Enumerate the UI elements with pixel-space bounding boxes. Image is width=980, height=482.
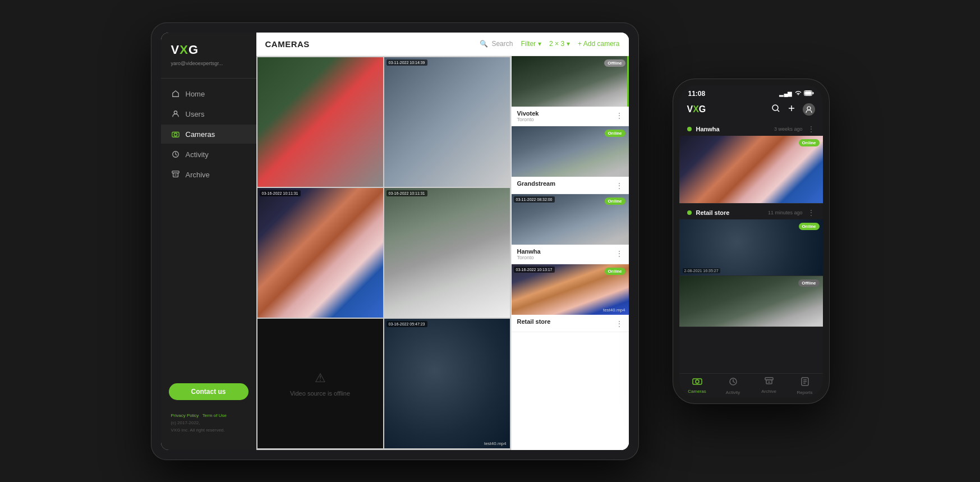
phone-vxg-logo: VXG xyxy=(687,104,766,114)
phone-retail-timestamp: 2-08-2021 16:35:27 xyxy=(683,268,720,273)
page-title: CAMERAS xyxy=(265,39,310,49)
camera-cell-5[interactable]: ⚠ Video source is offline xyxy=(257,319,383,448)
sidebar-item-users[interactable]: Users xyxy=(161,104,256,123)
retail-thumb: Online 03-16-2022 10:13:17 test40.mp4 xyxy=(512,264,629,315)
phone-cam-vivotek[interactable]: Offline xyxy=(679,276,823,327)
contact-us-button[interactable]: Contact us xyxy=(169,383,249,400)
sidebar-nav: Home Users xyxy=(161,84,256,377)
sidebar-email: yaro@videoexpertsgr... xyxy=(171,61,223,67)
footer-links: Privacy Policy Term of Use xyxy=(171,412,246,420)
retail-timestamp: 03-16-2022 10:13:17 xyxy=(514,267,555,273)
phone-hanwha-thumb: Online xyxy=(679,136,823,203)
phone-hanwha-name: Hanwha xyxy=(696,126,770,132)
phone-tab-archive[interactable]: Archive xyxy=(751,377,787,395)
add-camera-button[interactable]: + Add camera xyxy=(578,40,619,48)
phone-cam-hanwha[interactable]: Hanwha 3 weeks ago ⋮ Online xyxy=(679,120,823,204)
privacy-policy-link[interactable]: Privacy Policy xyxy=(171,413,199,418)
grid-size-button[interactable]: 2 × 3 ▾ xyxy=(549,40,570,48)
camera-cell-4[interactable]: 03-16-2022 10:11:31 xyxy=(384,188,510,318)
list-item-retail[interactable]: Online 03-16-2022 10:13:17 test40.mp4 Re… xyxy=(512,264,629,332)
grandstream-more-button[interactable]: ⋮ xyxy=(615,181,623,190)
retail-more-button[interactable]: ⋮ xyxy=(615,319,623,328)
sidebar-item-cameras[interactable]: Cameras xyxy=(161,125,256,144)
hanwha-timestamp: 03-11-2022 08:32:00 xyxy=(514,196,555,203)
offline-warning-icon: ⚠ xyxy=(315,371,326,385)
list-item-grandstream[interactable]: Online Grandstream ⋮ xyxy=(512,126,629,194)
search-icon: 🔍 xyxy=(480,40,488,48)
main-content: CAMERAS 🔍 Search Filter ▾ 2 × 3 ▾ xyxy=(256,33,629,450)
vivotek-more-button[interactable]: ⋮ xyxy=(615,111,623,120)
grandstream-thumb: Online xyxy=(512,126,629,177)
hanwha-thumb: Online 03-11-2022 08:32:00 xyxy=(512,194,629,245)
grid-chevron-icon: ▾ xyxy=(567,40,570,48)
phone-tab-activity[interactable]: Activity xyxy=(715,377,751,395)
vivotek-thumb: Offline xyxy=(512,56,629,107)
footer-copyright: (c) 2017-2022,VXG Inc. All right reserve… xyxy=(171,420,246,434)
svg-rect-7 xyxy=(812,92,813,94)
camera-timestamp-6: 03-16-2022 05:47:23 xyxy=(387,321,427,327)
phone-action-icons xyxy=(771,103,815,116)
phone-tab-cameras[interactable]: Cameras xyxy=(679,377,715,395)
phone-retail-more[interactable]: ⋮ xyxy=(807,208,815,217)
phone-screen: 11:08 ▂▄▆ xyxy=(679,85,823,397)
hanwha-name: Hanwha xyxy=(517,248,541,255)
vivotek-info: Vivotek Toronto ⋮ xyxy=(512,107,629,126)
list-item-vivotek[interactable]: Offline Vivotek Toronto ⋮ xyxy=(512,56,629,126)
vivotek-status-badge: Offline xyxy=(604,59,625,67)
sidebar-item-home[interactable]: Home xyxy=(161,84,256,103)
phone-time: 11:08 xyxy=(688,90,706,98)
search-box[interactable]: 🔍 Search xyxy=(480,40,513,48)
hanwha-info: Hanwha Toronto ⋮ xyxy=(512,245,629,264)
camera-cell-3[interactable]: 03-16-2022 10:11:31 xyxy=(257,188,383,318)
wifi-icon xyxy=(795,90,802,97)
svg-point-9 xyxy=(772,105,778,111)
retail-info: Retail store ⋮ xyxy=(512,315,629,332)
camera-cell-2[interactable]: 03-11-2022 10:14:39 xyxy=(384,57,510,187)
camera-timestamp-4: 03-16-2022 10:11:31 xyxy=(387,190,427,196)
svg-point-2 xyxy=(174,133,177,136)
phone-cam-retail-header: Retail store 11 minutes ago ⋮ xyxy=(679,204,823,219)
offline-text: Video source is offline xyxy=(290,390,350,397)
signal-icon: ▂▄▆ xyxy=(779,90,792,97)
offline-placeholder: ⚠ Video source is offline xyxy=(257,319,383,448)
phone-activity-tab-label: Activity xyxy=(726,390,740,395)
vivotek-location: Toronto xyxy=(517,117,539,122)
phone-activity-tab-icon xyxy=(729,377,738,388)
phone-hanwha-more[interactable]: ⋮ xyxy=(807,125,815,134)
filter-button[interactable]: Filter ▾ xyxy=(521,40,541,48)
camera-cell-1[interactable] xyxy=(257,57,383,187)
phone-status-icons: ▂▄▆ xyxy=(779,90,813,97)
svg-point-12 xyxy=(696,380,699,383)
camera-cell-6[interactable]: 03-16-2022 05:47:23 test40.mp4 xyxy=(384,319,510,448)
phone-cam-retail[interactable]: Retail store 11 minutes ago ⋮ 2-08-2021 … xyxy=(679,204,823,276)
phone-hanwha-time: 3 weeks ago xyxy=(774,126,803,132)
phone-retail-thumb: 2-08-2021 16:35:27 Online xyxy=(679,219,823,276)
nav-label-activity: Activity xyxy=(186,150,209,159)
search-placeholder: Search xyxy=(491,40,513,48)
phone-camera-list: Hanwha 3 weeks ago ⋮ Online Retail store… xyxy=(679,120,823,373)
archive-icon xyxy=(171,170,180,179)
phone-retail-time: 11 minutes ago xyxy=(768,210,803,215)
grandstream-status-badge: Online xyxy=(605,130,625,137)
hanwha-location: Toronto xyxy=(517,255,541,260)
grandstream-info: Grandstream ⋮ xyxy=(512,177,629,194)
vxg-logo: VXG xyxy=(171,43,198,57)
sidebar-item-archive[interactable]: Archive xyxy=(161,165,256,184)
sidebar-divider xyxy=(161,78,256,79)
phone-camera-tab-label: Cameras xyxy=(688,389,706,394)
nav-label-users: Users xyxy=(186,110,205,118)
phone-add-button[interactable] xyxy=(787,104,796,114)
hanwha-more-button[interactable]: ⋮ xyxy=(615,249,623,258)
phone-tab-reports[interactable]: Reports xyxy=(787,377,823,395)
phone-status-bar: 11:08 ▂▄▆ xyxy=(679,85,823,100)
phone-archive-tab-label: Archive xyxy=(761,389,776,394)
terms-link[interactable]: Term of Use xyxy=(203,413,227,418)
phone-search-button[interactable] xyxy=(771,104,780,114)
retail-online-dot xyxy=(687,210,692,215)
hanwha-online-dot xyxy=(687,127,692,131)
camera-timestamp-3: 03-16-2022 10:11:31 xyxy=(260,190,301,196)
phone-avatar[interactable] xyxy=(803,103,815,116)
sidebar-item-activity[interactable]: Activity xyxy=(161,145,256,164)
list-item-hanwha[interactable]: Online 03-11-2022 08:32:00 Hanwha Toront… xyxy=(512,194,629,264)
phone-bottom-tabs: Cameras Activity xyxy=(679,373,823,397)
